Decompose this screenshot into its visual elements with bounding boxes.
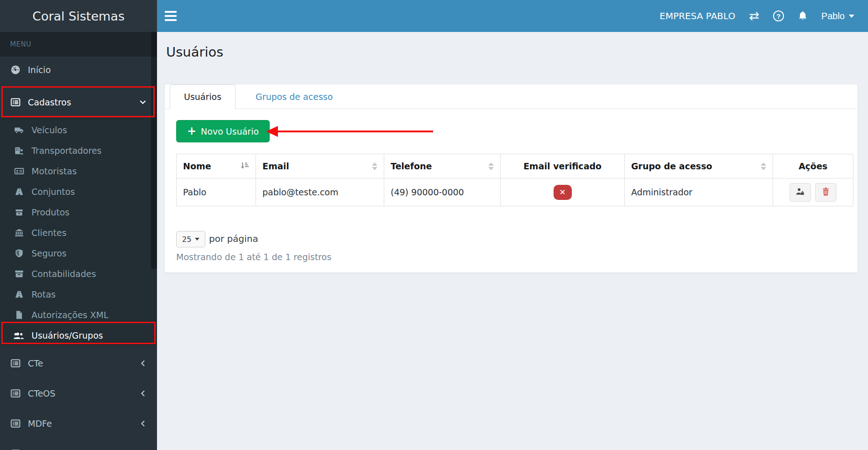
navbar-right: EMPRESA PABLO ⇄ ? Pablo	[659, 10, 868, 22]
sidebar-item-label: Produtos	[31, 207, 69, 217]
users-card: Usuários Grupos de acesso + Novo Usuário	[164, 84, 858, 273]
sidebar-item-label: NFe	[28, 449, 44, 450]
help-icon[interactable]: ?	[773, 10, 784, 21]
user-menu[interactable]: Pablo	[821, 11, 854, 21]
sidebar-item-label: Transportadores	[31, 146, 101, 156]
main-content: Usuários Usuários Grupos de acesso + Nov…	[157, 32, 868, 450]
cell-telefone: (49) 90000-0000	[384, 178, 501, 206]
sidebar-item-label: Autorizações XML	[31, 310, 109, 320]
sidebar-item-contabilidades[interactable]: Contabilidades	[0, 263, 157, 284]
truck-icon	[14, 125, 25, 136]
cell-acoes	[773, 178, 853, 206]
list-icon	[10, 358, 21, 369]
list-icon	[10, 388, 21, 399]
tab-pane-usuarios: + Novo Usuário Nome	[165, 109, 858, 273]
per-page-label: por página	[209, 233, 258, 244]
id-card-icon	[14, 166, 25, 177]
list-icon	[10, 418, 21, 429]
caret-down-icon	[849, 15, 854, 18]
sidebar-item-rotas[interactable]: Rotas	[0, 284, 157, 304]
chevron-left-icon	[139, 389, 147, 398]
column-header-email[interactable]: Email	[256, 154, 384, 178]
company-name: EMPRESA PABLO	[659, 10, 735, 21]
app-logo[interactable]: Coral Sistemas	[0, 0, 157, 32]
sidebar-item-label: Conjuntos	[31, 187, 75, 197]
x-icon: ✕	[559, 188, 565, 197]
column-header-email-verificado: Email verificado	[501, 154, 625, 178]
sidebar-item-label: Rotas	[31, 289, 56, 299]
sidebar-item-label: Veículos	[31, 125, 67, 135]
column-header-telefone[interactable]: Telefone	[384, 154, 501, 178]
sort-both-icon	[372, 162, 377, 170]
sidebar-toggle-button[interactable]	[157, 0, 184, 32]
column-header-nome[interactable]: Nome	[177, 154, 256, 178]
sidebar-item-inicio[interactable]: Início	[0, 57, 157, 83]
cell-nome: Pablo	[177, 178, 256, 206]
chevron-down-icon	[139, 98, 147, 106]
tab-usuarios[interactable]: Usuários	[170, 84, 235, 109]
sidebar-item-label: Clientes	[31, 228, 67, 238]
dashboard-icon	[10, 64, 21, 75]
sort-both-icon	[488, 162, 494, 170]
list-icon	[10, 97, 21, 108]
cell-email: pablo@teste.com	[256, 178, 384, 206]
sidebar-scrollbar[interactable]	[151, 32, 157, 269]
top-navbar: EMPRESA PABLO ⇄ ? Pablo	[157, 0, 868, 32]
table-header-row: Nome Email Telefone	[177, 154, 853, 178]
user-name: Pablo	[821, 11, 845, 21]
tab-bar: Usuários Grupos de acesso	[165, 84, 858, 109]
sidebar-item-label: MDFe	[28, 419, 52, 429]
building-user-icon	[14, 145, 25, 156]
bell-icon[interactable]	[798, 10, 808, 21]
sidebar-item-veiculos[interactable]: Veículos	[0, 120, 157, 140]
sidebar-item-transportadores[interactable]: Transportadores	[0, 140, 157, 161]
sidebar-item-nfe[interactable]: NFe	[0, 441, 157, 450]
new-user-button[interactable]: + Novo Usuário	[176, 120, 270, 142]
sidebar-item-conjuntos[interactable]: Conjuntos	[0, 181, 157, 202]
app-title: Coral Sistemas	[32, 9, 125, 23]
trash-icon	[822, 187, 830, 197]
sidebar-item-usuarios-grupos[interactable]: Usuários/Grupos	[0, 325, 157, 345]
sidebar-item-cadastros[interactable]: Cadastros	[0, 87, 157, 118]
exchange-icon[interactable]: ⇄	[749, 10, 759, 22]
records-summary: Mostrando de 1 até 1 de 1 registros	[176, 252, 331, 262]
cell-grupo-de-acesso: Administrador	[625, 178, 773, 206]
user-permissions-button[interactable]	[790, 183, 811, 202]
road-icon	[14, 289, 25, 300]
archive-icon	[14, 268, 25, 279]
annotation-arrow-head	[266, 126, 278, 137]
plus-icon: +	[187, 126, 196, 136]
cadastros-submenu: Veículos Transportadores Motoristas Conj…	[0, 118, 157, 345]
per-page-select[interactable]: 25	[176, 231, 205, 247]
sidebar-item-label: Contabilidades	[31, 269, 96, 279]
sidebar-item-label: Motoristas	[31, 166, 77, 176]
sort-amount-icon	[240, 161, 249, 172]
delete-user-button[interactable]	[815, 183, 837, 202]
sidebar-menu: Início Cadastros Veículos Trans	[0, 57, 157, 450]
caret-down-icon	[195, 238, 199, 241]
chevron-left-icon	[139, 359, 147, 367]
user-lock-icon	[795, 187, 805, 197]
sidebar-item-mdfe[interactable]: MDFe	[0, 411, 157, 436]
sidebar-item-cte[interactable]: CTe	[0, 351, 157, 376]
sidebar-item-clientes[interactable]: Clientes	[0, 222, 157, 243]
cell-email-verificado: ✕	[501, 178, 625, 206]
file-icon	[14, 309, 25, 320]
sidebar-section-header: MENU	[0, 32, 157, 57]
bank-icon	[14, 227, 25, 238]
page-title: Usuários	[166, 44, 868, 60]
sidebar-item-autorizacoes-xml[interactable]: Autorizações XML	[0, 304, 157, 325]
column-header-grupo-de-acesso[interactable]: Grupo de acesso	[625, 154, 773, 178]
sort-both-icon	[761, 162, 766, 170]
bars-icon	[165, 11, 177, 13]
sidebar-item-label: Início	[28, 65, 51, 75]
tab-grupos-de-acesso[interactable]: Grupos de acesso	[245, 84, 344, 109]
sidebar-item-seguros[interactable]: Seguros	[0, 243, 157, 263]
sidebar-item-cteos[interactable]: CTeOS	[0, 381, 157, 406]
chevron-left-icon	[139, 419, 147, 428]
sidebar-item-produtos[interactable]: Produtos	[0, 202, 157, 222]
sidebar-item-motoristas[interactable]: Motoristas	[0, 161, 157, 181]
users-icon	[14, 330, 25, 341]
sidebar-item-label: Usuários/Grupos	[31, 330, 103, 340]
shield-icon	[14, 248, 25, 259]
